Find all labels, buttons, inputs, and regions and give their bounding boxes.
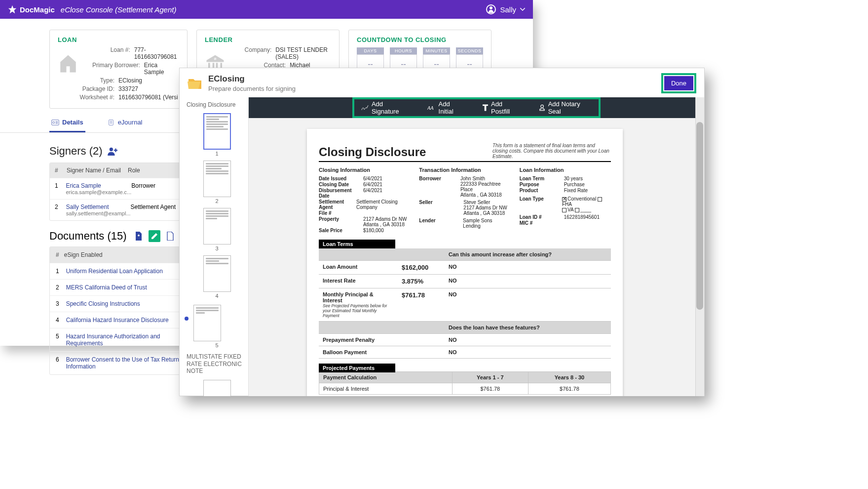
loan-number: 777-1616630796081 <box>134 46 179 60</box>
projected-payments-table: Payment CalculationYears 1 - 7Years 8 - … <box>319 371 611 395</box>
details-icon <box>51 120 59 125</box>
closing-disclosure-page: Closing Disclosure This form is a statem… <box>307 129 623 396</box>
lender-company: DSI TEST LENDER (SALES) <box>275 46 331 60</box>
thumbnail-panel[interactable]: Closing Disclosure 1 2 3 4 5 MULTISTATE … <box>180 97 249 396</box>
primary-borrower: Erica Sample <box>144 62 179 76</box>
doc-row[interactable]: 1Uniform Residential Loan Application <box>50 263 187 279</box>
ejournal-icon <box>107 120 115 125</box>
house-icon <box>58 53 78 74</box>
svg-rect-16 <box>138 235 139 237</box>
tab-details[interactable]: Details <box>49 114 85 132</box>
loan-terms-table: Can this amount increase after closing? … <box>319 248 611 359</box>
signer-row[interactable]: 2 Sally Settlementsally.settlement@examp… <box>50 199 187 220</box>
signature-icon <box>361 104 369 111</box>
closing-info: Closing Information Date Issued6/4/2021 … <box>319 167 410 234</box>
thumb-group-label: MULTISTATE FIXED RATE ELECTRONIC NOTE <box>186 352 248 377</box>
add-signature-button[interactable]: Add Signature <box>354 100 416 116</box>
loan-card: LOAN Loan #:777-1616630796081 Primary Bo… <box>49 30 188 109</box>
svg-point-4 <box>53 122 55 123</box>
svg-point-12 <box>109 148 113 151</box>
brand-text: DocMagic <box>20 5 55 14</box>
doc-row[interactable]: 4California Hazard Insurance Disclosure <box>50 312 187 328</box>
signer-row[interactable]: 1 Erica Sampleerica.sample@example.c... … <box>50 178 187 199</box>
edit-doc-icon[interactable] <box>149 230 160 242</box>
modal-title: EClosing <box>208 74 296 84</box>
svg-text:AA: AA <box>427 105 434 111</box>
page-thumb-5[interactable] <box>193 305 221 341</box>
page-thumb-1[interactable] <box>203 113 231 150</box>
page-thumb-3[interactable] <box>203 208 231 244</box>
doc-title: Closing Disclosure <box>319 145 426 159</box>
page-thumb-6[interactable] <box>203 380 231 396</box>
tab-ejournal[interactable]: eJournal <box>105 114 145 132</box>
avatar-icon <box>486 4 496 14</box>
document-stage: Add Signature AA Add Initial Add Postfil… <box>249 97 704 396</box>
loan-terms-bar: Loan Terms <box>319 240 395 248</box>
user-menu[interactable]: Sally <box>486 4 525 14</box>
modal-subtitle: Prepare documents for signing <box>208 85 296 92</box>
svg-point-21 <box>540 105 543 108</box>
worksheet-num: 1616630796081 (Versi <box>118 94 178 101</box>
add-doc-icon[interactable] <box>133 230 145 242</box>
documents-table: # eSign Enabled 1Uniform Residential Loa… <box>49 246 188 375</box>
lender-card-title: LENDER <box>205 36 331 43</box>
loan-info: Loan Information Loan Term30 years Purpo… <box>520 167 611 234</box>
svg-marker-0 <box>8 5 17 14</box>
loan-type: EClosing <box>118 77 142 84</box>
package-id: 333727 <box>118 85 138 92</box>
projected-bar: Projected Payments <box>319 364 395 372</box>
thumb-group-label: Closing Disclosure <box>186 100 248 111</box>
chevron-down-icon <box>520 8 525 11</box>
annotation-toolbar: Add Signature AA Add Initial Add Postfil… <box>352 97 601 118</box>
brand: DocMagic <box>8 5 55 14</box>
add-signer-icon[interactable] <box>108 147 118 156</box>
signers-table: # Signer Name / Email Role 1 Erica Sampl… <box>49 163 188 221</box>
initial-icon: AA <box>427 105 436 111</box>
star-icon <box>8 5 17 14</box>
text-icon <box>483 104 488 111</box>
folder-icon <box>188 77 202 90</box>
pdf-icon[interactable] <box>164 230 176 242</box>
doc-blurb: This form is a statement of final loan t… <box>492 143 611 159</box>
doc-row[interactable]: 2MERS California Deed of Trust <box>50 279 187 295</box>
done-button[interactable]: Done <box>664 76 693 90</box>
console-name: eClose Console (Settlement Agent) <box>61 5 177 14</box>
signature-indicator-icon <box>185 317 189 321</box>
add-notary-seal-button[interactable]: Add Notary Seal <box>532 100 599 116</box>
add-initial-button[interactable]: AA Add Initial <box>420 100 472 116</box>
doc-row[interactable]: 3Specific Closing Instructions <box>50 295 187 312</box>
user-name: Sally <box>500 5 516 14</box>
svg-text:$: $ <box>214 57 216 61</box>
eclosing-modal: EClosing Prepare documents for signing D… <box>179 68 705 396</box>
doc-row[interactable]: 5Hazard Insurance Authorization and Requ… <box>50 328 187 351</box>
page-thumb-2[interactable] <box>203 161 231 197</box>
page-thumb-4[interactable] <box>203 255 231 292</box>
loan-card-title: LOAN <box>58 36 179 43</box>
countdown-title: COUNTDOWN TO CLOSING <box>357 36 483 43</box>
done-highlight: Done <box>661 73 696 93</box>
topbar: DocMagic eClose Console (Settlement Agen… <box>0 0 533 19</box>
scrollbar[interactable] <box>695 97 704 396</box>
add-postfill-button[interactable]: Add Postfill <box>476 100 528 116</box>
transaction-info: Transaction Information BorrowerJohn Smi… <box>419 167 510 234</box>
modal-header: EClosing Prepare documents for signing D… <box>180 68 704 97</box>
svg-rect-8 <box>109 120 113 125</box>
stamp-icon <box>539 104 545 111</box>
doc-row[interactable]: 6Borrower Consent to the Use of Tax Retu… <box>50 351 187 374</box>
